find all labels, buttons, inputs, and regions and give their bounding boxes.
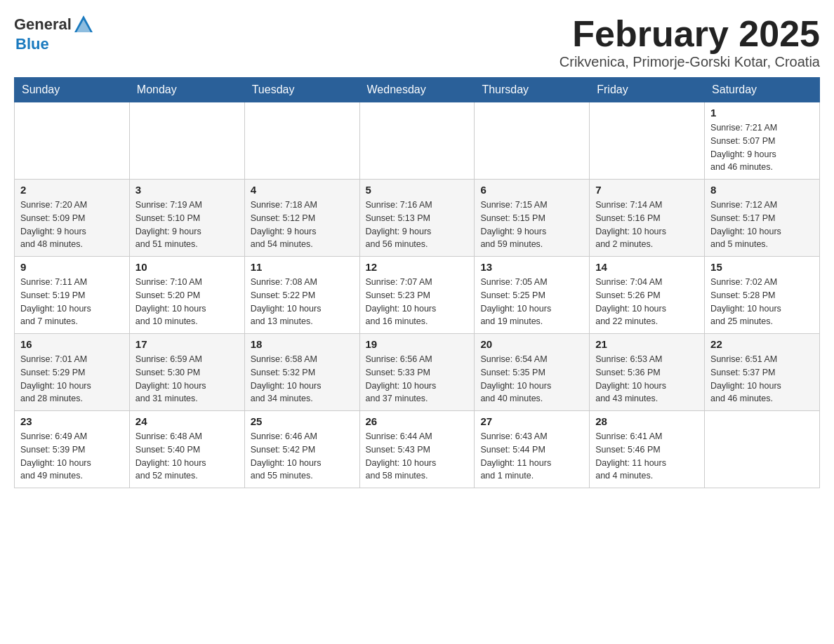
calendar-empty-cell (359, 102, 475, 180)
day-of-week-header: Friday (590, 78, 705, 102)
day-number: 14 (595, 261, 699, 273)
day-info: Sunrise: 7:05 AM Sunset: 5:25 PM Dayligh… (480, 276, 583, 328)
day-info: Sunrise: 7:04 AM Sunset: 5:26 PM Dayligh… (595, 276, 699, 328)
day-info: Sunrise: 7:10 AM Sunset: 5:20 PM Dayligh… (135, 276, 239, 328)
day-number: 27 (480, 415, 583, 427)
day-of-week-header: Sunday (15, 78, 130, 102)
logo-icon (73, 14, 94, 35)
week-row: 2Sunrise: 7:20 AM Sunset: 5:09 PM Daylig… (15, 180, 820, 257)
day-of-week-header: Wednesday (359, 78, 475, 102)
calendar-day-cell: 22Sunrise: 6:51 AM Sunset: 5:37 PM Dayli… (705, 334, 820, 411)
day-info: Sunrise: 6:51 AM Sunset: 5:37 PM Dayligh… (710, 353, 814, 405)
calendar-day-cell: 15Sunrise: 7:02 AM Sunset: 5:28 PM Dayli… (705, 257, 820, 334)
calendar-day-cell: 13Sunrise: 7:05 AM Sunset: 5:25 PM Dayli… (475, 257, 590, 334)
day-info: Sunrise: 7:08 AM Sunset: 5:22 PM Dayligh… (251, 276, 354, 328)
title-section: February 2025 Crikvenica, Primorje-Gorsk… (560, 14, 820, 70)
calendar-day-cell: 2Sunrise: 7:20 AM Sunset: 5:09 PM Daylig… (15, 180, 130, 257)
calendar-table: SundayMondayTuesdayWednesdayThursdayFrid… (14, 77, 820, 488)
calendar-empty-cell (244, 102, 359, 180)
location-subtitle: Crikvenica, Primorje-Gorski Kotar, Croat… (560, 54, 820, 70)
calendar-day-cell: 10Sunrise: 7:10 AM Sunset: 5:20 PM Dayli… (129, 257, 244, 334)
calendar-empty-cell (475, 102, 590, 180)
calendar-day-cell: 4Sunrise: 7:18 AM Sunset: 5:12 PM Daylig… (244, 180, 359, 257)
calendar-day-cell: 5Sunrise: 7:16 AM Sunset: 5:13 PM Daylig… (359, 180, 475, 257)
day-info: Sunrise: 6:53 AM Sunset: 5:36 PM Dayligh… (595, 353, 699, 405)
calendar-empty-cell (129, 102, 244, 180)
day-number: 13 (480, 261, 583, 273)
day-number: 28 (595, 415, 699, 427)
day-number: 16 (20, 338, 124, 350)
day-number: 15 (710, 261, 814, 273)
day-number: 17 (135, 338, 239, 350)
day-number: 26 (366, 415, 469, 427)
month-title: February 2025 (560, 14, 820, 54)
day-number: 10 (135, 261, 239, 273)
day-info: Sunrise: 6:58 AM Sunset: 5:32 PM Dayligh… (251, 353, 354, 405)
day-info: Sunrise: 6:48 AM Sunset: 5:40 PM Dayligh… (135, 430, 239, 483)
calendar-day-cell: 1Sunrise: 7:21 AM Sunset: 5:07 PM Daylig… (705, 102, 820, 180)
day-of-week-header: Tuesday (244, 78, 359, 102)
calendar-day-cell: 12Sunrise: 7:07 AM Sunset: 5:23 PM Dayli… (359, 257, 475, 334)
day-info: Sunrise: 6:59 AM Sunset: 5:30 PM Dayligh… (135, 353, 239, 405)
page-header: General Blue February 2025 Crikvenica, P… (14, 14, 820, 70)
day-number: 12 (366, 261, 469, 273)
day-info: Sunrise: 7:18 AM Sunset: 5:12 PM Dayligh… (251, 199, 354, 251)
calendar-day-cell: 24Sunrise: 6:48 AM Sunset: 5:40 PM Dayli… (129, 411, 244, 488)
day-info: Sunrise: 6:49 AM Sunset: 5:39 PM Dayligh… (20, 430, 124, 483)
calendar-day-cell: 19Sunrise: 6:56 AM Sunset: 5:33 PM Dayli… (359, 334, 475, 411)
day-info: Sunrise: 7:07 AM Sunset: 5:23 PM Dayligh… (366, 276, 469, 328)
calendar-empty-cell (590, 102, 705, 180)
day-number: 3 (135, 184, 239, 196)
calendar-day-cell: 11Sunrise: 7:08 AM Sunset: 5:22 PM Dayli… (244, 257, 359, 334)
day-number: 20 (480, 338, 583, 350)
calendar-day-cell: 16Sunrise: 7:01 AM Sunset: 5:29 PM Dayli… (15, 334, 130, 411)
day-info: Sunrise: 6:46 AM Sunset: 5:42 PM Dayligh… (251, 430, 354, 483)
day-info: Sunrise: 7:11 AM Sunset: 5:19 PM Dayligh… (20, 276, 124, 328)
day-number: 18 (251, 338, 354, 350)
calendar-day-cell: 26Sunrise: 6:44 AM Sunset: 5:43 PM Dayli… (359, 411, 475, 488)
calendar-day-cell: 8Sunrise: 7:12 AM Sunset: 5:17 PM Daylig… (705, 180, 820, 257)
day-number: 7 (595, 184, 699, 196)
calendar-day-cell: 20Sunrise: 6:54 AM Sunset: 5:35 PM Dayli… (475, 334, 590, 411)
week-row: 1Sunrise: 7:21 AM Sunset: 5:07 PM Daylig… (15, 102, 820, 180)
calendar-day-cell: 21Sunrise: 6:53 AM Sunset: 5:36 PM Dayli… (590, 334, 705, 411)
week-row: 9Sunrise: 7:11 AM Sunset: 5:19 PM Daylig… (15, 257, 820, 334)
week-row: 23Sunrise: 6:49 AM Sunset: 5:39 PM Dayli… (15, 411, 820, 488)
day-number: 25 (251, 415, 354, 427)
calendar-day-cell: 27Sunrise: 6:43 AM Sunset: 5:44 PM Dayli… (475, 411, 590, 488)
calendar-header-row: SundayMondayTuesdayWednesdayThursdayFrid… (15, 78, 820, 102)
week-row: 16Sunrise: 7:01 AM Sunset: 5:29 PM Dayli… (15, 334, 820, 411)
day-info: Sunrise: 7:15 AM Sunset: 5:15 PM Dayligh… (480, 199, 583, 251)
day-info: Sunrise: 7:21 AM Sunset: 5:07 PM Dayligh… (710, 121, 814, 174)
day-number: 23 (20, 415, 124, 427)
logo-blue-text: Blue (15, 35, 49, 53)
calendar-day-cell: 7Sunrise: 7:14 AM Sunset: 5:16 PM Daylig… (590, 180, 705, 257)
day-of-week-header: Thursday (475, 78, 590, 102)
day-number: 24 (135, 415, 239, 427)
day-number: 8 (710, 184, 814, 196)
day-number: 4 (251, 184, 354, 196)
day-number: 1 (710, 107, 814, 119)
calendar-day-cell: 17Sunrise: 6:59 AM Sunset: 5:30 PM Dayli… (129, 334, 244, 411)
day-number: 11 (251, 261, 354, 273)
calendar-day-cell: 9Sunrise: 7:11 AM Sunset: 5:19 PM Daylig… (15, 257, 130, 334)
day-info: Sunrise: 6:44 AM Sunset: 5:43 PM Dayligh… (366, 430, 469, 483)
day-info: Sunrise: 7:20 AM Sunset: 5:09 PM Dayligh… (20, 199, 124, 251)
day-number: 21 (595, 338, 699, 350)
day-number: 22 (710, 338, 814, 350)
logo-general-text: General (14, 15, 72, 34)
day-number: 6 (480, 184, 583, 196)
day-info: Sunrise: 7:19 AM Sunset: 5:10 PM Dayligh… (135, 199, 239, 251)
day-info: Sunrise: 7:16 AM Sunset: 5:13 PM Dayligh… (366, 199, 469, 251)
day-info: Sunrise: 6:43 AM Sunset: 5:44 PM Dayligh… (480, 430, 583, 483)
calendar-empty-cell (705, 411, 820, 488)
day-of-week-header: Monday (129, 78, 244, 102)
day-info: Sunrise: 7:14 AM Sunset: 5:16 PM Dayligh… (595, 199, 699, 251)
day-info: Sunrise: 7:12 AM Sunset: 5:17 PM Dayligh… (710, 199, 814, 251)
day-of-week-header: Saturday (705, 78, 820, 102)
calendar-day-cell: 3Sunrise: 7:19 AM Sunset: 5:10 PM Daylig… (129, 180, 244, 257)
calendar-day-cell: 28Sunrise: 6:41 AM Sunset: 5:46 PM Dayli… (590, 411, 705, 488)
day-info: Sunrise: 6:54 AM Sunset: 5:35 PM Dayligh… (480, 353, 583, 405)
day-info: Sunrise: 6:41 AM Sunset: 5:46 PM Dayligh… (595, 430, 699, 483)
day-info: Sunrise: 7:02 AM Sunset: 5:28 PM Dayligh… (710, 276, 814, 328)
